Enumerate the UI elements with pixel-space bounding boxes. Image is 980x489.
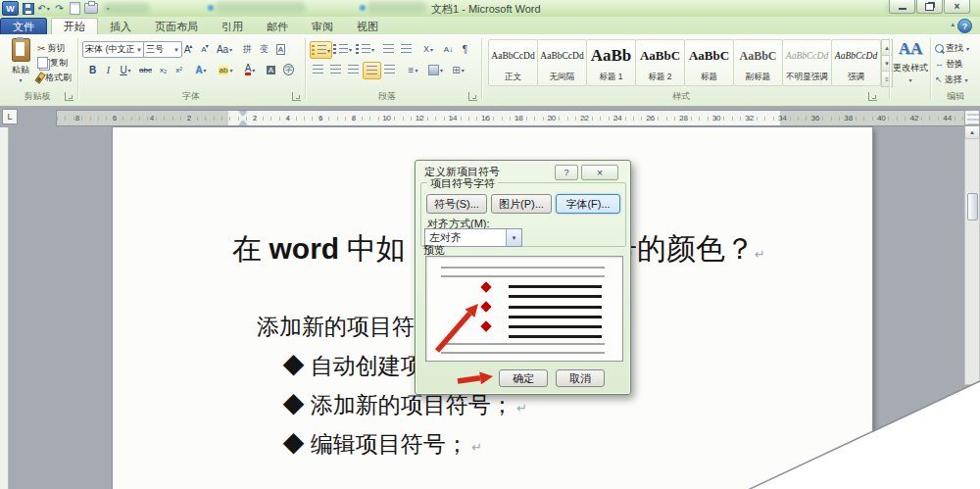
character-style-button[interactable]: 变 bbox=[256, 41, 272, 57]
enclose-characters-button[interactable]: 字 bbox=[280, 62, 297, 77]
file-tab[interactable]: 文件 bbox=[0, 18, 47, 35]
phonetic-guide-button[interactable]: 拼 bbox=[239, 41, 256, 57]
preview-gray-line bbox=[441, 343, 605, 345]
grow-font-button[interactable]: A▴ bbox=[180, 41, 197, 57]
distribute-button[interactable] bbox=[381, 62, 398, 77]
character-border-button[interactable]: A bbox=[272, 41, 289, 57]
minimize-button[interactable] bbox=[889, 0, 915, 14]
vertical-scrollbar[interactable] bbox=[964, 138, 980, 385]
style-item[interactable]: AaBbCcDd无间隔 bbox=[537, 39, 587, 86]
redo-button[interactable]: ↷ bbox=[53, 2, 66, 15]
define-new-bullet-dialog[interactable]: 定义新项目符号 ? × 项目符号字符 符号(S)... 图片(P)... 字体(… bbox=[415, 160, 631, 395]
sort-button[interactable]: A↓ bbox=[440, 41, 457, 57]
bold-button[interactable]: B bbox=[84, 62, 101, 77]
format-painter-button[interactable]: 格式刷 bbox=[37, 71, 72, 84]
picture-button[interactable]: 图片(P)... bbox=[491, 194, 552, 214]
align-center-button[interactable] bbox=[327, 62, 344, 77]
ruler-toggle-button[interactable] bbox=[964, 110, 980, 125]
change-styles-button[interactable]: AA 更改样式 ▾ bbox=[892, 39, 929, 83]
strikethrough-button[interactable]: abc bbox=[137, 62, 154, 77]
ruler-number: 2 bbox=[248, 114, 262, 122]
hanging-indent-marker[interactable] bbox=[239, 121, 247, 125]
underline-button[interactable]: U▾ bbox=[115, 62, 136, 77]
numbering-button[interactable]: ▾ bbox=[332, 41, 353, 57]
style-label: 副标题 bbox=[746, 72, 771, 85]
cancel-button[interactable]: 取消 bbox=[556, 369, 605, 387]
ribbon-tab-3[interactable]: 页面布局 bbox=[143, 19, 210, 35]
highlight-button[interactable]: ab▾ bbox=[214, 62, 237, 77]
style-item[interactable]: AaBbC标题 bbox=[684, 39, 734, 86]
character-style-icon: 变 bbox=[260, 43, 269, 56]
style-item[interactable]: AaBb标题 1 bbox=[586, 39, 636, 86]
print-button[interactable] bbox=[84, 2, 98, 15]
document-intro-line: 添加新的项目符号 bbox=[257, 312, 437, 342]
scroll-up-button[interactable]: ▲ bbox=[964, 125, 980, 139]
align-left-button[interactable] bbox=[310, 62, 326, 77]
decrease-indent-button[interactable] bbox=[380, 41, 397, 57]
dialog-close-button[interactable]: × bbox=[581, 165, 618, 180]
change-case-button[interactable]: Aa▾ bbox=[215, 41, 234, 57]
line-spacing-button[interactable]: ≡▾ bbox=[403, 62, 423, 77]
style-item[interactable]: AaBbCcDd强调 bbox=[831, 39, 881, 86]
bullets-button[interactable]: ▾ bbox=[310, 41, 332, 59]
help-button[interactable]: ? bbox=[957, 19, 972, 33]
dialog-help-button[interactable]: ? bbox=[555, 165, 578, 180]
horizontal-ruler[interactable]: 8642246810121416182022242628303234363840… bbox=[56, 110, 975, 126]
shrink-font-button[interactable]: A▾ bbox=[197, 41, 214, 57]
align-right-button[interactable] bbox=[345, 62, 362, 77]
asian-layout-button[interactable]: X▾ bbox=[418, 41, 438, 57]
minimize-ribbon-icon[interactable]: ▴ bbox=[951, 21, 955, 28]
ruler-number: 4 bbox=[281, 114, 295, 122]
print-preview-button[interactable] bbox=[69, 2, 81, 15]
multilevel-list-button[interactable]: ▾ bbox=[355, 41, 375, 57]
style-item[interactable]: AaBbC标题 2 bbox=[635, 39, 685, 86]
style-item[interactable]: AaBbCcDd正文 bbox=[488, 39, 538, 86]
styles-dialog-launcher[interactable] bbox=[868, 92, 877, 101]
tab-stop-selector[interactable]: L bbox=[2, 109, 18, 124]
ribbon-tab-5[interactable]: 邮件 bbox=[255, 19, 300, 35]
character-shading-button[interactable]: A bbox=[263, 62, 279, 77]
ok-button[interactable]: 确定 bbox=[499, 369, 548, 387]
dialog-font-button[interactable]: 字体(F)... bbox=[556, 194, 620, 214]
scrollbar-thumb[interactable] bbox=[967, 193, 978, 220]
decrease-indent-icon bbox=[383, 44, 394, 54]
superscript-button[interactable]: x² bbox=[171, 62, 187, 77]
select-label: 选择 bbox=[945, 73, 962, 86]
ribbon-tab-1[interactable]: 开始 bbox=[51, 18, 98, 35]
increase-indent-button[interactable] bbox=[398, 41, 415, 57]
justify-button[interactable] bbox=[363, 62, 381, 79]
ribbon-tab-6[interactable]: 审阅 bbox=[300, 19, 345, 35]
find-button[interactable]: 查找▾ bbox=[935, 41, 969, 55]
first-line-indent-marker[interactable] bbox=[239, 111, 247, 116]
font-dialog-launcher[interactable] bbox=[292, 92, 301, 101]
font-name-combo[interactable]: 宋体 (中文正▼ bbox=[82, 41, 145, 58]
restore-button[interactable] bbox=[916, 0, 943, 14]
ribbon-tab-7[interactable]: 视图 bbox=[345, 19, 390, 35]
shading-button[interactable]: ▾ bbox=[425, 62, 446, 77]
font-size-combo[interactable]: 三号▼ bbox=[143, 41, 182, 58]
style-item[interactable]: AaBbCcDd不明显强调 bbox=[782, 39, 832, 86]
editing-group-label: 编辑 bbox=[926, 90, 980, 103]
close-button[interactable]: × bbox=[944, 0, 970, 14]
replace-button[interactable]: ↔替换 bbox=[935, 57, 963, 71]
undo-button[interactable]: ↶▾ bbox=[37, 2, 50, 15]
borders-button[interactable]: ⊞▾ bbox=[448, 62, 468, 77]
clipboard-dialog-launcher[interactable] bbox=[65, 92, 74, 101]
subscript-button[interactable]: x₂ bbox=[155, 62, 172, 77]
save-button[interactable] bbox=[22, 2, 34, 15]
text-effects-button[interactable]: A▾ bbox=[190, 62, 212, 77]
select-button[interactable]: ↖选择▾ bbox=[935, 73, 968, 86]
copy-button[interactable]: 复制 bbox=[37, 56, 68, 70]
preview-gray-line bbox=[441, 275, 605, 277]
ribbon-tab-4[interactable]: 引用 bbox=[210, 19, 255, 35]
ribbon-tab-2[interactable]: 插入 bbox=[98, 19, 143, 35]
style-item[interactable]: AaBbC副标题 bbox=[733, 39, 783, 86]
font-color-button[interactable]: A▾ bbox=[239, 62, 261, 77]
symbol-button[interactable]: 符号(S)... bbox=[426, 194, 487, 214]
ruler-number: 28 bbox=[676, 114, 690, 122]
paragraph-dialog-launcher[interactable] bbox=[468, 92, 477, 101]
paste-button[interactable]: 粘贴 ▾ bbox=[7, 38, 34, 87]
font-color-icon: A bbox=[245, 64, 252, 75]
cut-button[interactable]: ✂剪切 bbox=[37, 41, 65, 55]
show-hide-marks-button[interactable]: ¶ bbox=[457, 41, 473, 57]
